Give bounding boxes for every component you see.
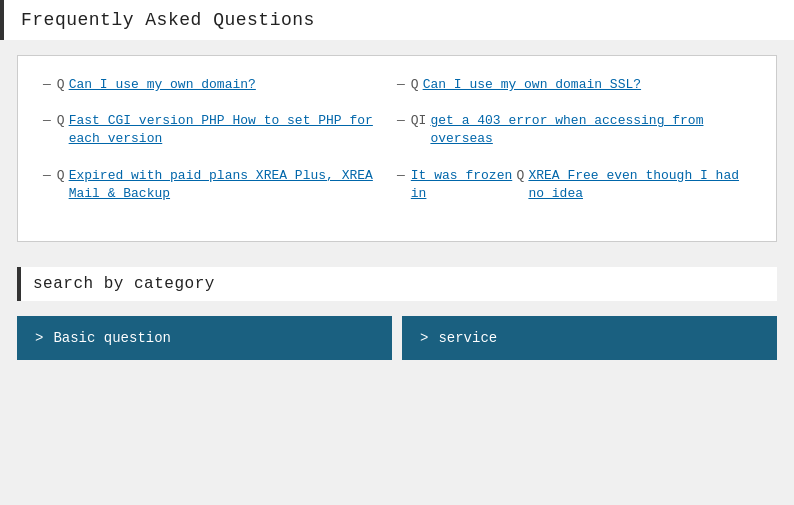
basic-question-button[interactable]: > Basic question (17, 316, 392, 360)
faq-left-col: — Q Can I use my own domain? — Q Fast CG… (43, 76, 397, 221)
faq-dash: — (43, 76, 51, 94)
faq-dash: — (397, 76, 405, 94)
faq-link-expired[interactable]: Expired with paid plans XREA Plus, XREA … (69, 167, 397, 203)
faq-link-403[interactable]: get a 403 error when accessing from over… (430, 112, 751, 148)
faq-item: — Q Fast CGI version PHP How to set PHP … (43, 112, 397, 148)
faq-link-xrea-free[interactable]: XREA Free even though I had no idea (528, 167, 751, 203)
faq-q-label: Q (57, 76, 65, 94)
chevron-right-icon: > (420, 330, 428, 346)
category-section: search by category > Basic question > se… (0, 257, 794, 370)
category-header: search by category (17, 267, 777, 301)
faq-item: — Q Expired with paid plans XREA Plus, X… (43, 167, 397, 203)
faq-dash: — (43, 112, 51, 130)
category-title: search by category (33, 275, 765, 293)
faq-q-label: Q (57, 167, 65, 185)
page-wrapper: Frequently Asked Questions — Q Can I use… (0, 0, 794, 370)
header-section: Frequently Asked Questions (0, 0, 794, 40)
faq-dash: — (397, 167, 405, 185)
category-buttons: > Basic question > service (17, 316, 777, 360)
faq-right-col: — Q Can I use my own domain SSL? — QI ge… (397, 76, 751, 221)
faq-item: — Q Can I use my own domain SSL? (397, 76, 751, 94)
page-title: Frequently Asked Questions (21, 10, 777, 30)
faq-prefix-frozen[interactable]: It was frozen in (411, 167, 513, 203)
faq-q-label: QI (411, 112, 427, 130)
faq-q-label: Q (57, 112, 65, 130)
faq-dash: — (397, 112, 405, 130)
faq-item: — Q Can I use my own domain? (43, 76, 397, 94)
chevron-right-icon: > (35, 330, 43, 346)
faq-item: — QI get a 403 error when accessing from… (397, 112, 751, 148)
basic-question-label: Basic question (53, 330, 171, 346)
faq-link-ssl[interactable]: Can I use my own domain SSL? (423, 76, 641, 94)
faq-box: — Q Can I use my own domain? — Q Fast CG… (17, 55, 777, 242)
service-button[interactable]: > service (402, 316, 777, 360)
faq-link-php[interactable]: Fast CGI version PHP How to set PHP for … (69, 112, 397, 148)
faq-dash: — (43, 167, 51, 185)
service-label: service (438, 330, 497, 346)
faq-q-label: Q (517, 167, 525, 185)
faq-item: — It was frozen in Q XREA Free even thou… (397, 167, 751, 203)
faq-grid: — Q Can I use my own domain? — Q Fast CG… (43, 76, 751, 221)
faq-link-domain[interactable]: Can I use my own domain? (69, 76, 256, 94)
faq-q-label: Q (411, 76, 419, 94)
